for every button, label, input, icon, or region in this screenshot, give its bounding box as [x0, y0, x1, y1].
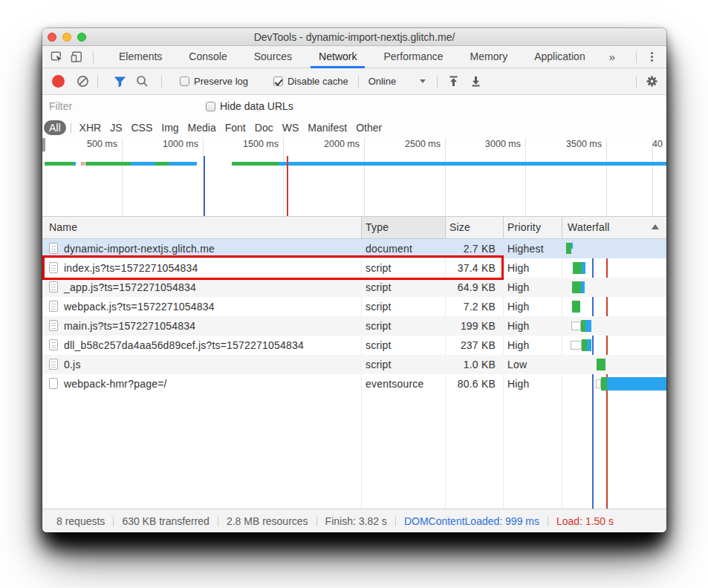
gear-icon[interactable]: [646, 75, 658, 88]
cell-size: 1.0 KB: [445, 355, 503, 374]
inspect-element-icon[interactable]: [51, 50, 63, 63]
throttling-select[interactable]: Online: [368, 76, 397, 87]
import-har-icon[interactable]: [447, 75, 460, 88]
type-filter-font[interactable]: Font: [221, 122, 250, 134]
overview-activity-bar: [85, 162, 131, 166]
more-tabs-button[interactable]: »: [599, 46, 626, 68]
cell-name: webpack-hmr?page=/: [42, 374, 361, 393]
devtools-tabbar: ElementsConsoleSourcesNetworkPerformance…: [42, 46, 666, 68]
cell-priority: High: [503, 336, 562, 355]
chevron-down-icon[interactable]: [420, 79, 426, 83]
timeline-tick-label: 3500 ms: [554, 138, 602, 151]
close-button[interactable]: [48, 33, 56, 42]
type-filter-manifest[interactable]: Manifest: [303, 122, 351, 134]
record-button[interactable]: [52, 75, 65, 88]
cell-waterfall: [562, 278, 666, 297]
type-filter-ws[interactable]: WS: [278, 122, 304, 134]
preserve-log-checkbox[interactable]: [180, 76, 189, 86]
cell-waterfall: [562, 374, 666, 393]
dcl-marker-line: [204, 156, 205, 216]
timeline-gridline: [525, 138, 526, 216]
file-icon: [49, 320, 58, 331]
column-header-waterfall[interactable]: Waterfall: [562, 217, 666, 238]
tab-application[interactable]: Application: [521, 46, 599, 68]
column-header-name[interactable]: Name: [42, 217, 361, 238]
waterfall-bar: [582, 339, 587, 351]
column-header-type[interactable]: Type: [361, 217, 445, 238]
cell-waterfall: [562, 297, 666, 316]
cell-waterfall: [562, 355, 666, 374]
filter-icon[interactable]: [114, 75, 126, 88]
type-filter-img[interactable]: Img: [157, 122, 183, 134]
type-filter-js[interactable]: JS: [105, 122, 126, 134]
disable-cache-checkbox[interactable]: [273, 76, 283, 86]
type-filter-doc[interactable]: Doc: [250, 122, 278, 134]
waterfall-bar: [607, 377, 666, 391]
overview-activity-bar: [169, 162, 197, 166]
waterfall-bar: [572, 281, 581, 293]
zoom-button[interactable]: [77, 33, 86, 42]
network-overview[interactable]: 500 ms1000 ms1500 ms2000 ms2500 ms3000 m…: [42, 138, 666, 217]
overview-activity-bar: [232, 162, 279, 166]
column-header-size[interactable]: Size: [445, 217, 503, 238]
cell-type: script: [361, 297, 445, 316]
overview-handle[interactable]: [42, 138, 45, 151]
cell-waterfall: [562, 258, 666, 278]
tab-elements[interactable]: Elements: [105, 46, 175, 68]
type-filter-all[interactable]: All: [44, 120, 66, 135]
cell-name: dll_b58c257da4aa56d89cef.js?ts=157227105…: [42, 336, 361, 355]
table-row[interactable]: dll_b58c257da4aa56d89cef.js?ts=157227105…: [42, 336, 666, 355]
table-row[interactable]: webpack.js?ts=1572271054834script7.2 KBH…: [42, 297, 666, 316]
highlight-annotation: [42, 255, 504, 280]
separator: [93, 51, 94, 63]
tab-network[interactable]: Network: [305, 46, 370, 68]
table-row[interactable]: main.js?ts=1572271054834script199 KBHigh: [42, 316, 666, 336]
file-icon: [49, 359, 58, 370]
type-filter-xhr[interactable]: XHR: [75, 122, 106, 134]
table-row[interactable]: webpack-hmr?page=/eventsource80.6 KBHigh: [42, 374, 666, 393]
table-row[interactable]: _app.js?ts=1572271054834script64.9 KBHig…: [42, 278, 666, 297]
tab-performance[interactable]: Performance: [370, 46, 456, 68]
search-icon[interactable]: [136, 75, 149, 88]
network-toolbar: Preserve log Disable cache Online: [42, 68, 666, 95]
clear-icon[interactable]: [77, 75, 89, 88]
file-icon: [49, 281, 58, 293]
export-har-icon[interactable]: [470, 75, 482, 88]
device-toolbar-icon[interactable]: [71, 50, 83, 63]
tab-sources[interactable]: Sources: [241, 46, 305, 68]
timeline-tick-label: 1000 ms: [151, 138, 198, 151]
type-filter-other[interactable]: Other: [351, 122, 386, 134]
column-header-priority[interactable]: Priority: [503, 217, 562, 238]
overview-activity-bar: [74, 162, 76, 166]
type-filter-css[interactable]: CSS: [126, 122, 157, 134]
timeline-tick-label: 2000 ms: [312, 138, 360, 151]
cell-size: 80.6 KB: [445, 374, 503, 393]
minimize-button[interactable]: [62, 33, 71, 42]
waterfall-bar: [566, 243, 571, 254]
cell-name: _app.js?ts=1572271054834: [42, 278, 361, 297]
filter-input[interactable]: Filter: [49, 100, 205, 112]
tab-memory[interactable]: Memory: [457, 46, 522, 68]
type-filter-media[interactable]: Media: [184, 122, 221, 134]
cell-size: 199 KB: [445, 316, 503, 336]
timeline-gridline: [364, 138, 365, 216]
timeline-tick-label: 2500 ms: [393, 138, 441, 151]
separator: [161, 76, 162, 88]
overview-activity-bar: [279, 162, 666, 166]
cell-type: script: [361, 336, 445, 355]
devtools-menu-icon[interactable]: [637, 46, 666, 68]
resource-type-filters: AllXHRJSCSSImgMediaFontDocWSManifestOthe…: [42, 117, 666, 138]
timeline-gridline: [122, 138, 123, 216]
table-row[interactable]: 0.jsscript1.0 KBLow: [42, 355, 666, 374]
titlebar: DevTools - dynamic-import-nextjs.glitch.…: [42, 28, 666, 46]
waterfall-bar: [572, 301, 580, 313]
waterfall-bar: [597, 359, 605, 370]
overview-activity-bar: [131, 162, 155, 166]
tab-console[interactable]: Console: [175, 46, 240, 68]
waterfall-bar: [582, 262, 585, 274]
hide-data-urls-label: Hide data URLs: [220, 100, 293, 112]
timeline-gridline: [606, 138, 607, 216]
status-item: 2.8 MB resources: [218, 515, 316, 527]
hide-data-urls-checkbox[interactable]: [206, 102, 215, 111]
sort-ascending-icon[interactable]: [652, 224, 659, 229]
